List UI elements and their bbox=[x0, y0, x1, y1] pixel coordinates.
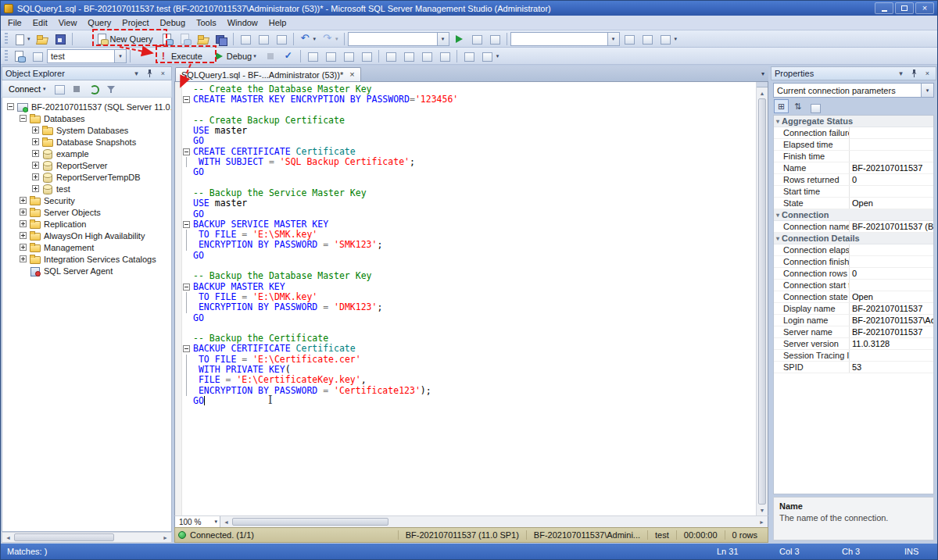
property-value[interactable]: Open bbox=[850, 291, 933, 302]
maximize-button[interactable] bbox=[895, 2, 914, 14]
code-line[interactable] bbox=[182, 261, 756, 271]
fold-collapse-icon[interactable] bbox=[183, 284, 190, 291]
save-all-button[interactable] bbox=[213, 31, 230, 47]
toolbar-overflow-chevron[interactable]: ▾ bbox=[496, 53, 499, 59]
comment-button[interactable] bbox=[436, 48, 453, 64]
registered-servers-button[interactable] bbox=[468, 31, 485, 47]
tree-item-system-databases[interactable]: System Databases bbox=[2, 124, 171, 136]
properties-object-selector[interactable]: Current connection parameters ▾ bbox=[773, 83, 934, 98]
close-button[interactable]: × bbox=[915, 2, 934, 14]
fold-collapse-icon[interactable] bbox=[183, 148, 190, 155]
code-line[interactable]: TO FILE = 'E:\Certificate.cer' bbox=[182, 355, 756, 365]
save-button[interactable] bbox=[52, 31, 69, 47]
tree-item-management[interactable]: Management bbox=[2, 241, 171, 253]
code-line[interactable]: WITH SUBJECT = 'SQL Backup Certificate'; bbox=[182, 157, 756, 167]
object-explorer-header[interactable]: Object Explorer ▾ × bbox=[2, 66, 172, 80]
tree-item-sql-server-agent[interactable]: SQL Server Agent bbox=[2, 265, 171, 276]
code-line[interactable]: -- Create the Database Master Key bbox=[182, 84, 756, 95]
database-engine-query-button[interactable] bbox=[159, 31, 176, 47]
property-row[interactable]: Connection rows0 bbox=[774, 268, 933, 280]
property-row[interactable]: Connection stateOpen bbox=[774, 291, 933, 303]
outdent-button[interactable] bbox=[478, 48, 496, 64]
property-row[interactable]: Server version11.0.3128 bbox=[774, 338, 933, 350]
fold-collapse-icon[interactable] bbox=[183, 221, 190, 228]
categorized-button[interactable]: ⊞ bbox=[774, 99, 789, 113]
toolbar-grip[interactable] bbox=[5, 33, 8, 45]
code-line[interactable]: CREATE MASTER KEY ENCRYPTION BY PASSWORD… bbox=[182, 95, 756, 105]
expand-icon[interactable] bbox=[20, 209, 27, 216]
property-value[interactable] bbox=[850, 186, 933, 197]
property-category[interactable]: ▾Aggregate Status bbox=[774, 116, 933, 127]
parse-button[interactable] bbox=[280, 48, 297, 64]
property-row[interactable]: Finish time bbox=[774, 151, 933, 162]
property-row[interactable]: Connection elapsed bbox=[774, 244, 933, 256]
property-pages-button[interactable] bbox=[807, 99, 822, 113]
menu-tools[interactable]: Tools bbox=[191, 16, 222, 29]
object-explorer-hscrollbar[interactable]: ◄ ► bbox=[2, 532, 172, 543]
property-value[interactable] bbox=[850, 280, 933, 291]
collapse-icon[interactable] bbox=[7, 103, 14, 110]
property-value[interactable]: 11.0.3128 bbox=[850, 338, 933, 349]
property-value[interactable]: 0 bbox=[850, 174, 933, 185]
expand-icon[interactable] bbox=[32, 162, 39, 169]
code-line[interactable]: -- Backup the Database Master Key bbox=[182, 271, 756, 281]
code-line[interactable]: GO bbox=[182, 167, 756, 177]
property-row[interactable]: SPID53 bbox=[774, 362, 933, 373]
property-row[interactable]: StateOpen bbox=[774, 198, 933, 209]
property-value[interactable] bbox=[850, 139, 933, 150]
code-line[interactable]: GO bbox=[182, 136, 756, 146]
redo-button[interactable]: ▾ bbox=[319, 31, 341, 47]
property-category[interactable]: ▾Connection Details bbox=[774, 233, 933, 244]
change-connection-button[interactable] bbox=[29, 48, 46, 64]
property-row[interactable]: Rows returned0 bbox=[774, 174, 933, 186]
menu-view[interactable]: View bbox=[53, 16, 83, 29]
cut-button[interactable] bbox=[237, 31, 254, 47]
tree-item-bf-202107011537-sql-server-11-0-[interactable]: BF-202107011537 (SQL Server 11.0.3128 bbox=[2, 101, 171, 112]
scroll-up-icon[interactable]: ▲ bbox=[757, 87, 768, 98]
sql-editor[interactable]: I -- Create the Database Master KeyCREAT… bbox=[182, 82, 756, 515]
debug-button[interactable]: Debug ▾ bbox=[208, 48, 261, 64]
results-to-file-button[interactable] bbox=[418, 48, 435, 64]
property-row[interactable]: Connection nameBF-202107011537 (BF-20 bbox=[774, 221, 933, 233]
code-line[interactable]: ENCRYPTION BY PASSWORD = 'SMK123'; bbox=[182, 240, 756, 250]
properties-header[interactable]: Properties ▾ × bbox=[771, 66, 936, 80]
code-line[interactable] bbox=[182, 178, 756, 188]
property-value[interactable]: Open bbox=[850, 198, 933, 209]
property-row[interactable]: Display nameBF-202107011537 bbox=[774, 303, 933, 315]
expand-icon[interactable] bbox=[32, 185, 39, 192]
alphabetical-button[interactable]: ⇅ bbox=[790, 99, 805, 113]
tree-item-database-snapshots[interactable]: Database Snapshots bbox=[2, 136, 171, 148]
toolbar-overflow-chevron[interactable]: ▾ bbox=[675, 36, 678, 42]
template-explorer-button[interactable] bbox=[486, 31, 503, 47]
cancel-query-button[interactable] bbox=[262, 48, 279, 64]
tree-item-reportservertempdb[interactable]: ReportServerTempDB bbox=[2, 171, 171, 183]
menu-query[interactable]: Query bbox=[82, 16, 116, 29]
chevron-down-icon[interactable]: ▾ bbox=[921, 84, 933, 97]
menu-edit[interactable]: Edit bbox=[27, 16, 53, 29]
tree-item-test[interactable]: test bbox=[2, 183, 171, 194]
scroll-down-icon[interactable]: ▼ bbox=[757, 505, 768, 515]
menu-window[interactable]: Window bbox=[222, 16, 263, 29]
splitter-handle[interactable] bbox=[757, 82, 768, 87]
scroll-right-icon[interactable]: ► bbox=[159, 535, 171, 540]
code-line[interactable]: GO bbox=[182, 251, 756, 261]
property-row[interactable]: Start time bbox=[774, 186, 933, 198]
code-line[interactable]: WITH PRIVATE KEY( bbox=[182, 365, 756, 375]
property-value[interactable]: BF-202107011537\Admi bbox=[850, 315, 933, 326]
fold-gutter[interactable] bbox=[182, 95, 193, 105]
code-line[interactable]: -- Backup the Service Master Key bbox=[182, 188, 756, 198]
filter-button[interactable] bbox=[103, 82, 119, 96]
scroll-left-icon[interactable]: ◄ bbox=[2, 535, 14, 540]
tab-close-icon[interactable]: × bbox=[349, 70, 354, 79]
pin-icon[interactable] bbox=[909, 69, 919, 79]
intellisense-button[interactable] bbox=[340, 48, 357, 64]
property-row[interactable]: Session Tracing ID bbox=[774, 350, 933, 362]
tab-sqlquery1[interactable]: SQLQuery1.sql - BF-...Administrator (53)… bbox=[175, 67, 361, 81]
property-value[interactable]: BF-202107011537 bbox=[850, 303, 933, 314]
copy-button[interactable] bbox=[255, 31, 272, 47]
expand-icon[interactable] bbox=[20, 244, 27, 251]
property-value[interactable]: 53 bbox=[850, 362, 933, 373]
display-estimated-plan-button[interactable] bbox=[304, 48, 321, 64]
tree-item-server-objects[interactable]: Server Objects bbox=[2, 206, 171, 218]
expand-icon[interactable] bbox=[32, 173, 39, 180]
